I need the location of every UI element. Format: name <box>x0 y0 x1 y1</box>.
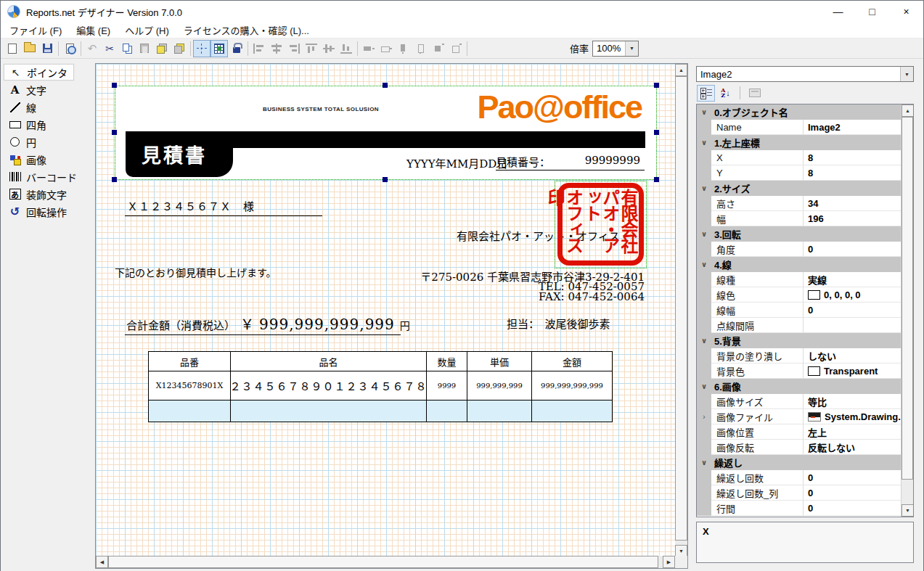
align-middle-button[interactable] <box>320 40 338 57</box>
close-button[interactable]: × <box>889 1 923 22</box>
show-grid-button[interactable] <box>210 40 228 57</box>
property-grid-scrollbar[interactable]: ▲ ▼ <box>901 104 913 517</box>
tool-image[interactable]: 画像 <box>4 151 52 168</box>
selection-handle[interactable] <box>654 177 659 182</box>
minimize-button[interactable]: — <box>821 1 855 22</box>
property-value[interactable]: 8 <box>804 165 901 181</box>
property-value[interactable]: 左上 <box>804 424 901 440</box>
estimate-number-field[interactable]: 見積番号： 99999999 <box>496 154 645 171</box>
property-value[interactable]: 196 <box>804 211 901 226</box>
new-button[interactable] <box>4 40 21 57</box>
same-width-button[interactable] <box>360 40 377 57</box>
property-row[interactable]: 幅 196 <box>697 211 901 226</box>
greeting-text[interactable]: 下記のとおり御見積申し上げます。 <box>115 265 277 279</box>
selection-handle[interactable] <box>112 130 117 135</box>
selection-handle[interactable] <box>654 130 659 135</box>
selection-handle[interactable] <box>383 83 388 88</box>
print-preview-button[interactable] <box>61 40 78 57</box>
company-stamp-image[interactable]: 有限会社 パオ・アット オフィス印 <box>557 183 644 266</box>
property-value[interactable]: 0 <box>804 501 901 516</box>
scroll-right-icon[interactable]: ▶ <box>663 556 675 568</box>
property-value[interactable]: Image2 <box>804 120 901 135</box>
property-value[interactable]: 34 <box>804 196 901 211</box>
property-value[interactable]: 0 <box>804 470 901 485</box>
property-row[interactable]: 繰返し回数_列 0 <box>697 485 901 501</box>
tool-barcode[interactable]: バーコード <box>4 168 83 185</box>
open-button[interactable] <box>21 40 38 57</box>
property-value[interactable]: System.Drawing. <box>804 409 901 424</box>
customer-name-field[interactable]: Ｘ１２３４５６７Ｘ 様 <box>127 198 255 213</box>
scroll-left-icon[interactable]: ◀ <box>96 556 108 568</box>
save-button[interactable] <box>38 40 56 57</box>
cut-button[interactable]: ✂ <box>101 40 118 57</box>
copy-button[interactable] <box>118 40 136 57</box>
horizontal-scroll-thumb[interactable] <box>108 556 658 568</box>
property-row[interactable]: 線幅 0 <box>697 303 901 318</box>
tool-text[interactable]: A 文字 <box>4 81 52 98</box>
property-category[interactable]: ∨ 3.回転 <box>697 226 901 242</box>
menu-help[interactable]: ヘルプ (H) <box>118 22 176 38</box>
align-top-button[interactable] <box>303 40 320 57</box>
property-scroll-thumb[interactable] <box>901 117 913 480</box>
menu-file[interactable]: ファイル (F) <box>2 22 69 38</box>
property-row[interactable]: 線色 0, 0, 0, 0 <box>697 287 901 303</box>
property-row[interactable]: 背景色 Transparent <box>697 363 901 379</box>
selection-handle[interactable] <box>112 83 117 88</box>
same-width-outline-button[interactable] <box>377 40 395 57</box>
property-category[interactable]: ∨ 繰返し <box>697 455 901 470</box>
property-category[interactable]: ∨ 2.サイズ <box>697 181 901 196</box>
canvas-horizontal-scrollbar[interactable]: ◀ ▶ <box>96 556 675 568</box>
selection-handle[interactable] <box>112 177 117 182</box>
staff-text[interactable]: 担当： 波尾後御歩素 <box>507 316 610 331</box>
align-right-button[interactable] <box>285 40 303 57</box>
tool-circle[interactable]: 円 <box>4 133 42 150</box>
property-category[interactable]: ∨ 6.画像 <box>697 379 901 394</box>
menu-edit[interactable]: 編集 (E) <box>69 22 118 38</box>
object-selector-combobox[interactable]: Image2 ▼ <box>696 66 914 82</box>
property-value[interactable]: 反転しない <box>804 440 901 455</box>
property-value[interactable]: しない <box>804 348 901 363</box>
lock-button[interactable] <box>228 40 245 57</box>
snap-to-grid-button[interactable] <box>193 40 210 57</box>
property-row[interactable]: 画像反転 反転しない <box>697 440 901 455</box>
property-row[interactable]: X 8 <box>697 150 901 165</box>
vertical-scroll-thumb[interactable] <box>675 76 687 541</box>
scroll-down-icon[interactable]: ▼ <box>901 504 914 517</box>
chevron-down-icon[interactable]: ▼ <box>900 67 913 81</box>
property-pages-button[interactable] <box>745 85 764 102</box>
zoom-combobox[interactable]: 100% ▼ <box>592 41 639 57</box>
same-height-button[interactable] <box>395 40 412 57</box>
canvas-vertical-scrollbar[interactable]: ▲ ▼ <box>675 64 687 557</box>
undo-button[interactable]: ↶ <box>83 40 101 57</box>
property-row[interactable]: 線種 実線 <box>697 272 901 287</box>
selection-handle[interactable] <box>654 83 659 88</box>
tool-rotate[interactable]: ↺ 回転操作 <box>4 203 73 220</box>
property-value[interactable]: 0 <box>804 485 901 501</box>
property-category[interactable]: ∨ 5.背景 <box>697 333 901 348</box>
property-value[interactable]: 実線 <box>804 272 901 287</box>
property-category[interactable]: ∨ 1.左上座標 <box>697 135 901 150</box>
property-category[interactable]: ∨ 4.線 <box>697 257 901 272</box>
total-amount-field[interactable]: 合計金額（消費税込） ￥ 999,999,999,999 円 <box>126 313 410 333</box>
detail-table[interactable]: 品番 品名 数量 単価 金額 X12345678901X Ｘ１２３４５６７８９０… <box>148 351 613 422</box>
property-row[interactable]: Name Image2 <box>697 120 901 135</box>
chevron-down-icon[interactable]: ▼ <box>625 41 638 56</box>
menu-license[interactable]: ライセンスの購入・確認 (L)... <box>176 22 316 38</box>
property-value[interactable]: 0 <box>804 242 901 257</box>
categorized-view-button[interactable] <box>697 85 715 102</box>
scroll-up-icon[interactable]: ▲ <box>675 64 687 76</box>
tool-line[interactable]: 線 <box>4 99 42 115</box>
same-size-outline-button[interactable] <box>447 40 465 57</box>
property-category[interactable]: ∨ 0.オブジェクト名 <box>697 104 901 120</box>
property-value[interactable] <box>804 318 901 333</box>
date-field[interactable]: YYYY年MM月DD日 <box>406 155 507 171</box>
expander-icon[interactable]: › <box>697 409 711 424</box>
alphabetical-sort-button[interactable]: AZ ↓ <box>716 85 735 102</box>
paste-button[interactable] <box>136 40 153 57</box>
report-page[interactable]: BUSINESS SYSTEM TOTAL SOLUSION Pao@offic… <box>96 64 675 556</box>
scroll-up-icon[interactable]: ▲ <box>901 104 914 117</box>
property-row[interactable]: 行間 0 <box>697 501 901 516</box>
property-row[interactable]: 画像位置 左上 <box>697 424 901 440</box>
same-height-outline-button[interactable] <box>412 40 430 57</box>
same-size-button[interactable] <box>430 40 447 57</box>
